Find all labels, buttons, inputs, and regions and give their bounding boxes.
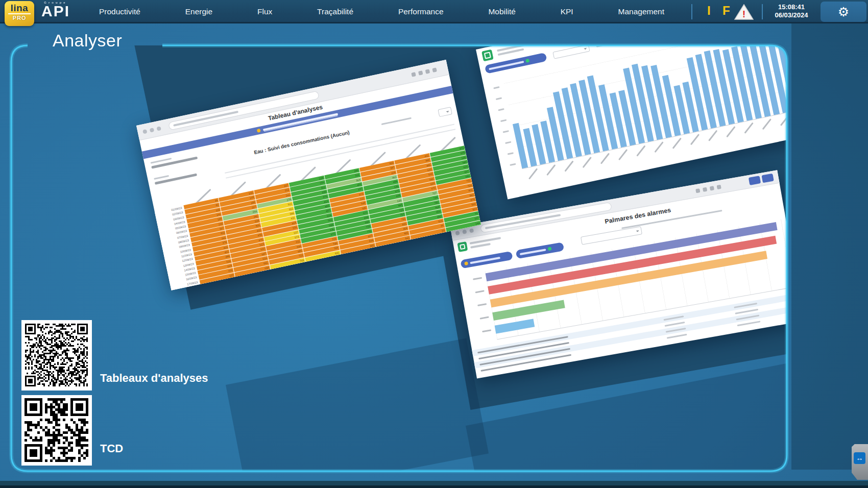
divider [691, 4, 692, 19]
nav-item-energie[interactable]: Energie [185, 7, 212, 16]
gear-icon: ⚙ [838, 6, 849, 18]
link-bullet-icon [257, 129, 261, 133]
api-text: API [39, 4, 73, 19]
clock-time: 15:08:41 [767, 3, 816, 11]
lina-logo-text: lina [8, 3, 31, 14]
app-root: ProductivitéEnergieFluxTraçabilitéPerfor… [0, 0, 868, 488]
nav-item-mobilit[interactable]: Mobilité [488, 7, 515, 16]
qr-label-analyses: Tableaux d'analyses [100, 372, 208, 385]
nav-item-performance[interactable]: Performance [398, 7, 444, 16]
status-letter-i: I [707, 4, 711, 18]
app-icon [481, 50, 494, 62]
alarms-select [581, 226, 642, 245]
qr-label-tcd: TCD [100, 442, 123, 455]
qr-code-tcd [21, 395, 92, 466]
chart-select [552, 45, 590, 59]
chart-action-button [485, 53, 547, 74]
background-shape [791, 20, 868, 470]
lina-pro-text: PRO [5, 15, 34, 21]
nav-item-management[interactable]: Management [618, 7, 664, 16]
background-shape [226, 338, 489, 471]
divider [762, 4, 763, 19]
page-title: Analyser [53, 31, 122, 51]
nav-item-productivit[interactable]: Productivité [99, 7, 140, 16]
teamviewer-icon: ↔ [854, 452, 865, 464]
alarm-bar [495, 319, 535, 334]
app-icon [457, 241, 468, 252]
linapro-logo[interactable]: lina PRO [5, 1, 34, 26]
clock: 15:08:41 06/03/2024 [767, 3, 816, 20]
settings-button[interactable]: ⚙ [821, 2, 866, 22]
remote-support-flap[interactable]: ↔ [852, 444, 868, 480]
alarms-button-2 [516, 242, 565, 259]
bottom-strip [0, 481, 868, 488]
nav-item-flux[interactable]: Flux [257, 7, 272, 16]
status-letter-f: F [722, 4, 730, 18]
clock-date: 06/03/2024 [767, 11, 816, 19]
groupe-api-logo: Groupe API [39, 1, 73, 19]
alarm-warning-icon[interactable]: ! [734, 4, 754, 22]
nav-item-kpi[interactable]: KPI [561, 7, 573, 16]
analyses-search-box [438, 107, 452, 117]
nav-item-traabilit[interactable]: Traçabilité [317, 7, 353, 16]
alarms-button-1 [460, 251, 513, 269]
qr-code-analyses [21, 320, 92, 391]
svg-text:!: ! [742, 9, 745, 19]
top-bar: ProductivitéEnergieFluxTraçabilitéPerfor… [0, 0, 868, 23]
topbar-nav: ProductivitéEnergieFluxTraçabilitéPerfor… [77, 0, 687, 23]
content-panel: Palmares des alarmes Tableau d'analyses [11, 45, 787, 471]
